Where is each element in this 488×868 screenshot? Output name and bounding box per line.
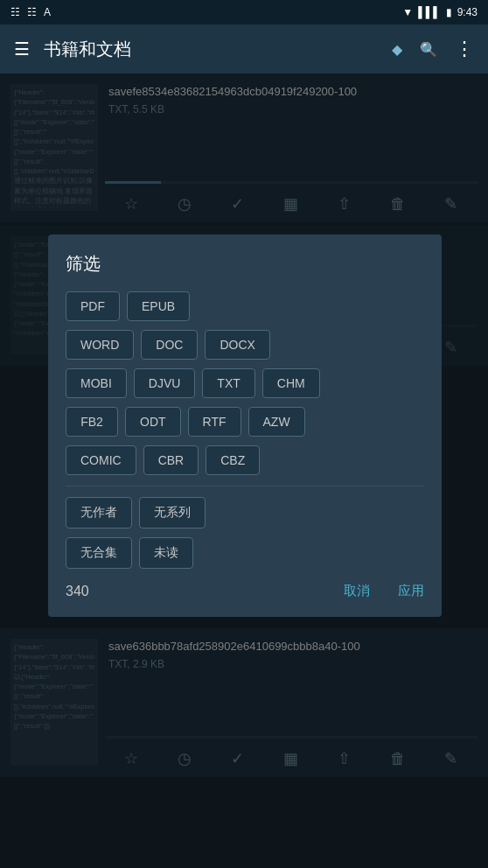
filter-chip-pdf[interactable]: PDF [66, 291, 120, 321]
filter-footer: 340 取消 应用 [66, 583, 424, 599]
filter-meta-row-2: 无合集 未读 [66, 537, 424, 569]
filter-chip-cbr[interactable]: CBR [143, 445, 199, 475]
filter-format-row-3: MOBI DJVU TXT CHM [66, 368, 424, 398]
filter-dialog: 筛选 PDF EPUB WORD DOC DOCX MOBI DJVU TXT … [48, 234, 442, 617]
app-bar-actions: ◆ 🔍 ⋮ [392, 38, 474, 60]
filter-chip-docx[interactable]: DOCX [205, 330, 269, 360]
filter-format-row-4: FB2 ODT RTF AZW [66, 407, 424, 437]
filter-chip-no-author[interactable]: 无作者 [66, 497, 132, 528]
filter-chip-odt[interactable]: ODT [125, 407, 181, 437]
filter-chip-cbz[interactable]: CBZ [206, 445, 260, 475]
filter-divider [66, 486, 424, 486]
battery-icon: ▮ [446, 6, 452, 18]
filter-chip-azw[interactable]: AZW [248, 407, 305, 437]
wifi-icon: ▼ [402, 6, 413, 18]
notification-icon-1: ☷ [10, 6, 20, 18]
page-title: 书籍和文档 [44, 38, 378, 61]
filter-format-row-1: PDF EPUB [66, 291, 424, 321]
filter-chip-txt[interactable]: TXT [202, 368, 254, 398]
notification-icon-2: ☷ [27, 6, 37, 18]
filter-chip-unread[interactable]: 未读 [139, 537, 193, 569]
filter-format-row-2: WORD DOC DOCX [66, 330, 424, 360]
menu-icon[interactable] [14, 38, 30, 60]
filter-apply-button[interactable]: 应用 [398, 583, 424, 599]
filter-title: 筛选 [66, 252, 424, 276]
status-bar: ☷ ☷ A ▼ ▌▌▌ ▮ 9:43 [0, 0, 488, 24]
filter-chip-doc[interactable]: DOC [141, 330, 198, 360]
filter-cancel-button[interactable]: 取消 [344, 583, 370, 599]
app-bar: 书籍和文档 ◆ 🔍 ⋮ [0, 24, 488, 74]
filter-footer-actions: 取消 应用 [344, 583, 424, 599]
filter-chip-epub[interactable]: EPUB [127, 291, 190, 321]
filter-chip-word[interactable]: WORD [66, 330, 134, 360]
diamond-icon[interactable]: ◆ [392, 41, 402, 58]
status-right-icons: ▼ ▌▌▌ ▮ 9:43 [402, 6, 478, 18]
filter-chip-no-series[interactable]: 无系列 [139, 497, 206, 528]
search-icon[interactable]: 🔍 [420, 41, 437, 58]
more-icon[interactable]: ⋮ [455, 38, 474, 60]
filter-chip-fb2[interactable]: FB2 [66, 407, 118, 437]
filter-format-row-5: COMIC CBR CBZ [66, 445, 424, 475]
filter-chip-chm[interactable]: CHM [262, 368, 320, 398]
filter-chip-mobi[interactable]: MOBI [66, 368, 127, 398]
filter-chip-djvu[interactable]: DJVU [134, 368, 196, 398]
filter-meta-row-1: 无作者 无系列 [66, 497, 424, 528]
time-display: 9:43 [457, 6, 478, 18]
filter-chip-rtf[interactable]: RTF [188, 407, 241, 437]
filter-chip-no-collection[interactable]: 无合集 [66, 537, 132, 569]
status-left-icons: ☷ ☷ A [10, 6, 51, 18]
filter-chip-comic[interactable]: COMIC [66, 445, 136, 475]
notification-icon-3: A [44, 6, 51, 18]
signal-icon: ▌▌▌ [418, 6, 441, 18]
filter-count: 340 [66, 584, 89, 599]
